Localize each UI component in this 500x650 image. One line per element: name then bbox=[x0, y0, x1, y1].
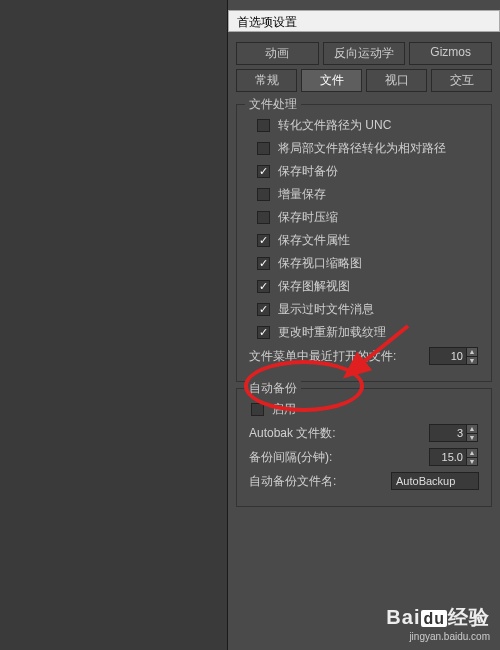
backup-interval-input[interactable] bbox=[429, 448, 467, 466]
lbl-backup-save: 保存时备份 bbox=[278, 163, 338, 180]
file-handling-legend: 文件处理 bbox=[245, 96, 301, 113]
watermark-url: jingyan.baidu.com bbox=[386, 631, 490, 642]
chk-obsolete[interactable] bbox=[257, 303, 270, 316]
chk-incremental[interactable] bbox=[257, 188, 270, 201]
chk-thumb[interactable] bbox=[257, 257, 270, 270]
tab-file[interactable]: 文件 bbox=[301, 69, 362, 92]
preferences-dialog: 首选项设置 动画 反向运动学 Gizmos 常规 文件 视口 交互 文件处理 转… bbox=[228, 10, 500, 650]
recent-files-input[interactable] bbox=[429, 347, 467, 365]
tab-interaction[interactable]: 交互 bbox=[431, 69, 492, 92]
down-arrow-icon[interactable]: ▼ bbox=[467, 458, 477, 466]
chk-unc[interactable] bbox=[257, 119, 270, 132]
tab-animation[interactable]: 动画 bbox=[236, 42, 319, 65]
lbl-obsolete: 显示过时文件消息 bbox=[278, 301, 374, 318]
lbl-incremental: 增量保存 bbox=[278, 186, 326, 203]
chk-backup-save[interactable] bbox=[257, 165, 270, 178]
lbl-props: 保存文件属性 bbox=[278, 232, 350, 249]
lbl-schematic: 保存图解视图 bbox=[278, 278, 350, 295]
watermark-brand1: Bai bbox=[386, 606, 420, 628]
lbl-enable-autobackup: 启用 bbox=[272, 401, 296, 418]
up-arrow-icon[interactable]: ▲ bbox=[467, 425, 477, 434]
chk-reload-tex[interactable] bbox=[257, 326, 270, 339]
tab-row-2: 常规 文件 视口 交互 bbox=[236, 69, 492, 92]
tab-general[interactable]: 常规 bbox=[236, 69, 297, 92]
auto-backup-legend: 自动备份 bbox=[245, 380, 301, 397]
tab-area: 动画 反向运动学 Gizmos 常规 文件 视口 交互 bbox=[228, 32, 500, 98]
dialog-titlebar: 首选项设置 bbox=[228, 10, 500, 32]
backup-interval-label: 备份间隔(分钟): bbox=[249, 449, 332, 466]
file-handling-group: 文件处理 转化文件路径为 UNC 将局部文件路径转化为相对路径 保存时备份 增量… bbox=[236, 104, 492, 382]
backup-name-input[interactable] bbox=[391, 472, 479, 490]
watermark-brand2: du bbox=[421, 610, 447, 627]
lbl-relative: 将局部文件路径转化为相对路径 bbox=[278, 140, 446, 157]
tab-gizmos[interactable]: Gizmos bbox=[409, 42, 492, 65]
left-pane bbox=[0, 0, 228, 650]
lbl-unc: 转化文件路径为 UNC bbox=[278, 117, 391, 134]
lbl-reload-tex: 更改时重新加载纹理 bbox=[278, 324, 386, 341]
backup-interval-spinner[interactable]: ▲▼ bbox=[429, 448, 479, 466]
up-arrow-icon[interactable]: ▲ bbox=[467, 449, 477, 458]
watermark: Baidu经验 jingyan.baidu.com bbox=[386, 604, 490, 642]
up-arrow-icon[interactable]: ▲ bbox=[467, 348, 477, 357]
chk-relative[interactable] bbox=[257, 142, 270, 155]
lbl-compress: 保存时压缩 bbox=[278, 209, 338, 226]
tab-ik[interactable]: 反向运动学 bbox=[323, 42, 406, 65]
lbl-thumb: 保存视口缩略图 bbox=[278, 255, 362, 272]
backup-name-label: 自动备份文件名: bbox=[249, 473, 336, 490]
recent-files-spinner[interactable]: ▲▼ bbox=[429, 347, 479, 365]
down-arrow-icon[interactable]: ▼ bbox=[467, 357, 477, 365]
autobak-count-label: Autobak 文件数: bbox=[249, 425, 336, 442]
recent-files-label: 文件菜单中最近打开的文件: bbox=[249, 348, 396, 365]
tab-viewport[interactable]: 视口 bbox=[366, 69, 427, 92]
chk-compress[interactable] bbox=[257, 211, 270, 224]
auto-backup-group: 自动备份 启用 Autobak 文件数: ▲▼ 备份间隔(分钟): ▲▼ 自动备… bbox=[236, 388, 492, 507]
down-arrow-icon[interactable]: ▼ bbox=[467, 434, 477, 442]
chk-props[interactable] bbox=[257, 234, 270, 247]
tab-row-1: 动画 反向运动学 Gizmos bbox=[236, 42, 492, 65]
chk-schematic[interactable] bbox=[257, 280, 270, 293]
autobak-count-spinner[interactable]: ▲▼ bbox=[429, 424, 479, 442]
watermark-brand3: 经验 bbox=[448, 606, 490, 628]
chk-enable-autobackup[interactable] bbox=[251, 403, 264, 416]
autobak-count-input[interactable] bbox=[429, 424, 467, 442]
dialog-title: 首选项设置 bbox=[237, 15, 297, 29]
